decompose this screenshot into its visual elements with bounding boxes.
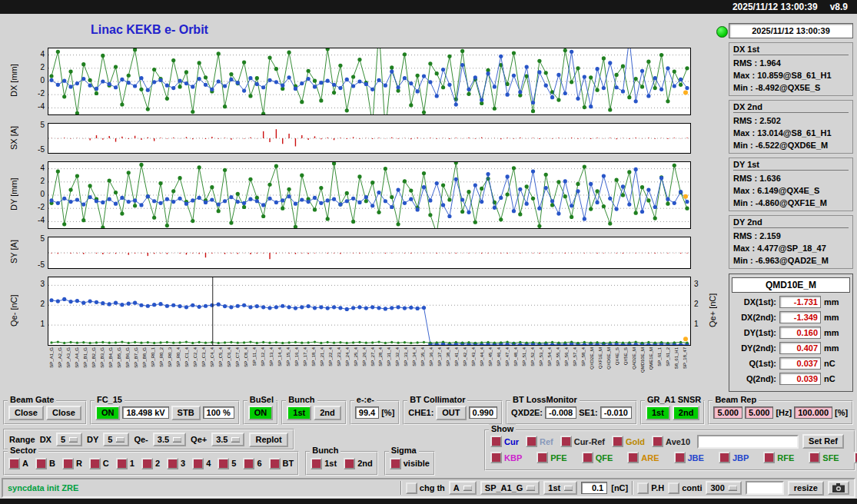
stat-line: Max : 10.859@S8_61_H1: [733, 69, 849, 81]
beam-gate-close-1-button[interactable]: Close: [8, 406, 44, 420]
sector-select-dropdown[interactable]: A: [449, 481, 477, 495]
sx-steering-plot: [48, 123, 691, 154]
replot-button[interactable]: Replot: [249, 433, 287, 447]
resize-button[interactable]: resize: [788, 481, 824, 496]
show-checkbox-ref[interactable]: Ref: [526, 436, 553, 447]
sector-checkbox-bt[interactable]: BT: [269, 458, 294, 469]
qmd-title: QMD10E_M: [732, 277, 850, 293]
stat-line: Max : 13.014@S8_61_H1: [733, 127, 849, 139]
stat-group-title: DX 2nd: [733, 102, 849, 113]
qmd-row-unit: mm: [824, 313, 839, 322]
bunch-1st-button[interactable]: 1st: [287, 406, 311, 420]
sector-checkbox-4[interactable]: 4: [192, 458, 211, 469]
show-label: PFE: [550, 453, 566, 463]
x-axis-label: SP_A2_G: [58, 347, 62, 368]
show-checkbox-pfe[interactable]: PFE: [536, 452, 566, 463]
set-ref-entry[interactable]: [697, 435, 799, 449]
sector-checkbox-c[interactable]: C: [89, 458, 109, 469]
show-checkbox-jbe[interactable]: JBE: [674, 452, 704, 463]
fc15-on-button[interactable]: ON: [95, 406, 121, 420]
qe-axis-label: Qe- [nC]: [9, 276, 20, 345]
checkbox-box: [406, 482, 417, 494]
busel-on-button[interactable]: ON: [248, 406, 274, 420]
status-led: [716, 26, 728, 38]
monitor-select-dropdown[interactable]: SP_A1_G: [480, 481, 540, 495]
bunch-filter-checkbox-2nd[interactable]: 2nd: [344, 458, 373, 469]
y-tick-label: 2: [25, 177, 45, 185]
dropdown-mark-icon: [564, 486, 573, 490]
interval-select-dropdown[interactable]: 300: [706, 481, 741, 495]
checkbox-box: [116, 458, 128, 469]
snapshot-button[interactable]: [828, 481, 849, 495]
ph-checkbox[interactable]: P.H: [637, 482, 664, 494]
show-checkbox-cur[interactable]: Cur: [490, 436, 519, 447]
sector-checkbox-r[interactable]: R: [62, 458, 82, 469]
show-checkbox-ave10[interactable]: Ave10: [652, 436, 690, 447]
sector-checkbox-b[interactable]: B: [35, 458, 55, 469]
bt-lossmonitor-group: BT LossMonitor QXD2E: -0.008 SE1: -0.010: [506, 400, 637, 425]
range-item-label-0: DX: [40, 435, 51, 444]
che1-out-button[interactable]: OUT: [436, 406, 466, 420]
x-axis-label: SP_46_4: [497, 347, 501, 366]
x-axis-label: SP_R0_2: [159, 347, 164, 367]
qmd-row-value: 0.160: [779, 327, 821, 339]
dropdown-mark-icon: [526, 486, 535, 490]
sector-checkbox-2[interactable]: 2: [141, 458, 160, 469]
show-checkbox-rfe[interactable]: RFE: [763, 452, 794, 463]
show-checkbox-qfe[interactable]: QFE: [582, 452, 613, 463]
chg-th-checkbox[interactable]: chg th: [406, 482, 445, 494]
sector-checkbox-5[interactable]: 5: [218, 458, 236, 469]
x-axis-label: SP_53_4: [539, 347, 543, 366]
status-datetime: 2025/11/12 13:00:39: [729, 23, 853, 38]
x-axis-label: SP_B2_G: [91, 347, 96, 368]
show-label: Ave10: [666, 437, 690, 446]
range-select-2[interactable]: 3.5: [153, 433, 186, 446]
show-checkbox-jbp[interactable]: JBP: [719, 452, 749, 463]
stat-line: Min : -6.963@QAD2E_M: [733, 254, 849, 267]
range-select-0[interactable]: 5: [56, 433, 82, 446]
range-select-1[interactable]: 5: [103, 433, 129, 446]
beam-gate-close-2-button[interactable]: Close: [46, 406, 81, 420]
sector-checkbox-a[interactable]: A: [8, 458, 28, 469]
checkbox-box: [637, 482, 649, 494]
se1-readout: -0.010: [600, 406, 632, 419]
x-axis-label: SP_43_4: [471, 347, 476, 366]
show-checkbox-gold[interactable]: Gold: [612, 436, 645, 447]
qmd-row: Q(2nd):0.039nC: [732, 373, 850, 385]
bunch-select-dropdown[interactable]: 1st: [543, 481, 577, 495]
sector-checkbox-6[interactable]: 6: [243, 458, 261, 469]
qmd-row-label: DX(1st):: [732, 297, 776, 307]
fc15-stb-button[interactable]: STB: [171, 406, 201, 420]
checkbox-box: [668, 482, 679, 494]
y-tick-label: 3: [25, 280, 45, 288]
checkbox-box: [536, 452, 548, 463]
sigma-checkbox-visible[interactable]: visible: [390, 458, 430, 469]
show-checkbox-kbp[interactable]: KBP: [490, 452, 522, 463]
bunch-2nd-button[interactable]: 2nd: [314, 406, 341, 420]
bunch-select-value: 1st: [548, 483, 560, 492]
show-checkbox-are[interactable]: ARE: [627, 452, 659, 463]
se1-label: SE1:: [579, 408, 597, 417]
beam-rep-legend: Beam Rep: [713, 395, 759, 404]
sector-label: 5: [231, 459, 236, 468]
show-checkbox-zre[interactable]: ZRE: [854, 452, 857, 463]
bt-lossmonitor-legend: BT LossMonitor: [510, 395, 580, 404]
threshold-input[interactable]: 0.1: [581, 482, 607, 494]
bunch-filter-checkbox-1st[interactable]: 1st: [311, 458, 337, 469]
gr-snsr-1st-button[interactable]: 1st: [646, 406, 670, 420]
show-checkbox-curref[interactable]: Cur-Ref: [560, 436, 605, 447]
show-checkbox-sfe[interactable]: SFE: [809, 452, 839, 463]
sector-checkbox-3[interactable]: 3: [167, 458, 185, 469]
x-axis-label: SP_35_4: [420, 347, 425, 366]
statusbar-entry[interactable]: [746, 481, 784, 495]
range-select-3[interactable]: 3.5: [211, 433, 244, 446]
y-tick-label: 2: [25, 300, 45, 308]
gr-snsr-2nd-button[interactable]: 2nd: [673, 406, 700, 420]
sector-checkbox-1[interactable]: 1: [116, 458, 135, 469]
conti-checkbox[interactable]: conti: [668, 482, 702, 494]
ee-ratio-legend: e-:e-: [354, 395, 377, 404]
x-axis-label: SP_32_4: [395, 347, 400, 366]
set-ref-button[interactable]: Set Ref: [802, 434, 844, 449]
x-axis-label: SP_34_4: [412, 347, 417, 366]
x-axis-label: SP_47_4: [505, 347, 510, 366]
